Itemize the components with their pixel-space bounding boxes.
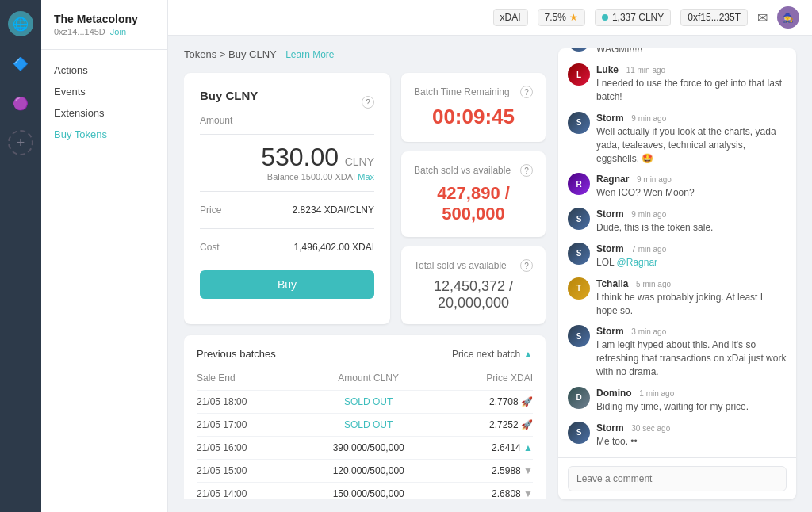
batches-title: Previous batches: [197, 348, 276, 360]
buy-panel-title: Buy CLNY: [200, 89, 258, 102]
chat-message: D Domino 1 min ago Biding my time, waiti…: [568, 387, 787, 414]
buy-help-icon[interactable]: ?: [362, 96, 374, 109]
col-price: Price XDAI: [440, 369, 533, 391]
wallet-address-badge: 0xf15...235T: [680, 9, 748, 26]
total-sold-box: Total sold vs available ? 12,450,372 / 2…: [401, 246, 546, 324]
chat-message-text: Dude, this is the token sale.: [596, 221, 713, 235]
add-nav-icon[interactable]: +: [8, 130, 33, 155]
chat-message-text: I am legit hyped about this. And it's so…: [596, 338, 787, 378]
col-amount: Amount CLNY: [297, 369, 440, 391]
clny-balance-badge: 1,337 CLNY: [595, 9, 671, 26]
cost-label: Cost: [200, 242, 220, 253]
breadcrumb-buy-clny: Buy CLNY: [228, 48, 276, 60]
user-avatar[interactable]: 🧙: [777, 6, 799, 29]
chat-username: Luke: [596, 64, 619, 75]
price-value: 2.8234 XDAI/CLNY: [293, 204, 374, 216]
chat-message-text: LOL @Ragnar: [596, 256, 666, 269]
amount-label: Amount: [200, 115, 374, 126]
chat-username: Tchalia: [596, 278, 628, 289]
chat-input-area: [558, 457, 796, 499]
chat-panel: H Harley 14 hour ago Moooooooooon! 🚀 B B…: [558, 48, 796, 499]
table-row: 21/05 17:00SOLD OUT2.7252 🚀: [197, 414, 533, 437]
join-link[interactable]: Join: [110, 27, 126, 36]
rate-value: 7.5%: [545, 12, 566, 23]
chat-message: L Luke 11 min ago I needed to use the fo…: [568, 63, 787, 104]
chat-timestamp: 9 min ago: [631, 114, 666, 123]
chat-avatar: S: [568, 325, 590, 347]
chat-avatar: S: [568, 208, 590, 230]
batch-time-title: Batch Time Remaining: [414, 86, 510, 97]
batch-sold-help-icon[interactable]: ?: [520, 164, 533, 177]
chat-message: S Storm 9 min ago Dude, this is the toke…: [568, 208, 787, 235]
nav-item-events[interactable]: Events: [41, 81, 167, 102]
batch-time-help-icon[interactable]: ?: [520, 86, 533, 98]
chat-message: T Tchalia 5 min ago I think he was proba…: [568, 277, 787, 318]
chat-username: Domino: [596, 388, 632, 399]
col-sale-end: Sale End: [197, 369, 297, 391]
nav-item-buy-tokens[interactable]: Buy Tokens: [41, 124, 167, 145]
cost-value: 1,496,402.00 XDAI: [294, 242, 374, 253]
chat-avatar: R: [568, 173, 590, 195]
chat-avatar: D: [568, 387, 590, 409]
site-name: The Metacolony: [54, 13, 155, 25]
batch-sold-value: 427,890 / 500,000: [414, 183, 533, 224]
chat-avatar: L: [568, 63, 590, 86]
batch-sold-box: Batch sold vs available ? 427,890 / 500,…: [401, 151, 546, 237]
max-link[interactable]: Max: [358, 172, 374, 181]
batches-table: Sale End Amount CLNY Price XDAI 21/05 18…: [197, 369, 533, 499]
chat-username: Storm: [596, 422, 624, 434]
buy-panel: Buy CLNY ? Amount 530.00 CLNY Balance 15…: [184, 73, 390, 324]
chat-timestamp: 5 min ago: [636, 280, 671, 288]
cost-row: Cost 1,496,402.00 XDAI: [200, 237, 374, 258]
star-icon: ★: [569, 12, 578, 23]
batches-panel: Previous batches Price next batch ▲ Sale…: [184, 335, 546, 499]
batch-time-box: Batch Time Remaining ? 00:09:45: [401, 73, 546, 142]
chat-message-text: Biding my time, waiting for my price.: [596, 400, 749, 414]
amount-unit: CLNY: [345, 155, 374, 168]
total-sold-title: Total sold vs available: [414, 260, 507, 271]
chat-username: Storm: [596, 208, 624, 220]
chat-avatar: S: [568, 48, 590, 52]
total-sold-help-icon[interactable]: ?: [520, 259, 533, 272]
buy-button[interactable]: Buy: [200, 270, 374, 299]
icon-sidebar: 🌐 🔷 🟣 +: [0, 0, 41, 512]
chat-timestamp: 9 min ago: [637, 175, 672, 184]
chat-username: Storm: [596, 243, 624, 254]
chat-message: S Storm 3 min ago I am legit hyped about…: [568, 325, 787, 378]
chat-input[interactable]: [568, 466, 787, 491]
left-nav-menu: Actions Events Extensions Buy Tokens: [41, 50, 167, 145]
chat-timestamp: 11 min ago: [626, 66, 665, 75]
clny-balance-value: 1,337 CLNY: [612, 12, 664, 23]
token-nav-icon[interactable]: 🟣: [8, 90, 33, 116]
messages-icon[interactable]: ✉: [757, 10, 768, 25]
chat-message-text: I needed to use the force to get into th…: [596, 77, 787, 104]
main-area: xDAI 7.5% ★ 1,337 CLNY 0xf15...235T ✉ 🧙 …: [168, 0, 812, 512]
nav-item-extensions[interactable]: Extensions: [41, 102, 167, 124]
chat-message: S Storm 30 sec ago Me too. ••: [568, 422, 787, 449]
table-row: 21/05 14:00150,000/500,0002.6808 ▼: [197, 483, 533, 500]
batch-time-value: 00:09:45: [414, 105, 533, 129]
table-row: 21/05 15:00120,000/500,0002.5988 ▼: [197, 460, 533, 483]
chat-message-text: Me too. ••: [596, 435, 670, 449]
chat-timestamp: 3 min ago: [631, 327, 666, 336]
chat-message-text: Well actually if you look at the charts,…: [596, 125, 787, 165]
learn-more-link[interactable]: Learn More: [285, 49, 334, 60]
site-address: 0xz14...145D: [54, 27, 105, 36]
chat-timestamp: 9 min ago: [631, 210, 666, 219]
rate-badge: 7.5% ★: [538, 9, 585, 26]
colony-nav-icon[interactable]: 🔷: [8, 51, 33, 76]
batches-header: Previous batches Price next batch ▲: [197, 348, 533, 360]
breadcrumb-separator: >: [220, 48, 228, 60]
chat-message: S Storm 11 min ago WAGMI!!!!!: [568, 48, 787, 55]
batch-sold-title: Batch sold vs available: [414, 165, 511, 176]
nav-item-actions[interactable]: Actions: [41, 59, 167, 81]
globe-nav-icon[interactable]: 🌐: [8, 11, 33, 36]
clny-dot: [602, 14, 608, 21]
chat-message: S Storm 9 min ago Well actually if you l…: [568, 112, 787, 165]
chat-message-text: I think he was probably joking. At least…: [596, 291, 787, 318]
total-sold-value: 12,450,372 / 20,000,000: [414, 278, 533, 311]
stats-column: Batch Time Remaining ? 00:09:45 Batch so…: [401, 73, 546, 324]
balance-info: Balance 1500.00 XDAI Max: [200, 172, 374, 181]
network-badge: xDAI: [493, 9, 528, 26]
chat-username: Storm: [596, 326, 624, 337]
